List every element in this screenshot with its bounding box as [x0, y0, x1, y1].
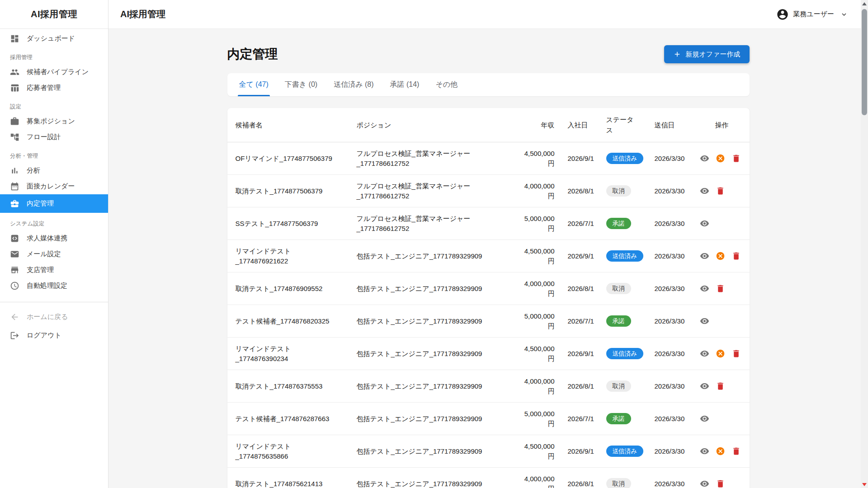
status-badge: 送信済み [606, 348, 643, 360]
salary-amount: 5,000,000 [503, 409, 555, 419]
new-offer-button[interactable]: 新規オファー作成 [664, 45, 749, 63]
sidebar-section-label: 採用管理 [0, 47, 108, 64]
cancel-offer-icon[interactable] [716, 154, 725, 163]
table-row: リマインドテスト_1774876921622包括テスト_エンジニア_177178… [227, 240, 750, 272]
view-offer-icon[interactable] [700, 219, 709, 228]
delete-offer-icon[interactable] [731, 349, 741, 358]
position-cell: 包括テスト_エンジニア_1771789329909 [349, 378, 503, 395]
sent-date-cell: 2026/3/30 [650, 475, 700, 488]
scrollbar-bottom-marker-icon [862, 483, 867, 486]
view-offer-icon[interactable] [700, 186, 709, 196]
sidebar-item-analytics[interactable]: 分析 [0, 163, 108, 178]
sidebar-item-job-media-integration[interactable]: 求人媒体連携 [0, 230, 108, 246]
salary-amount: 5,000,000 [503, 311, 555, 321]
view-offer-icon[interactable] [700, 349, 709, 358]
status-badge: 承諾 [606, 413, 631, 425]
sidebar-item-auto-process-settings[interactable]: 自動処理設定 [0, 278, 108, 294]
salary-cell: 4,000,000円 [503, 275, 555, 302]
sidebar-item-label: ホームに戻る [27, 313, 68, 321]
candidate-name-cell: 取消テスト_1774877506379 [227, 183, 349, 200]
salary-unit: 円 [503, 289, 555, 299]
sidebar-item-back-home[interactable]: ホームに戻る [0, 308, 108, 326]
sidebar-item-positions[interactable]: 募集ポジション [0, 113, 108, 129]
salary-amount: 4,500,000 [503, 441, 555, 451]
tab-3[interactable]: 承諾 (14) [382, 73, 428, 96]
tab-1[interactable]: 下書き (0) [277, 73, 326, 96]
delete-offer-icon[interactable] [731, 446, 741, 456]
position-cell: 包括テスト_エンジニア_1771789329909 [349, 475, 503, 488]
delete-offer-icon[interactable] [716, 479, 725, 488]
actions-cell [700, 215, 750, 232]
delete-offer-icon[interactable] [716, 284, 725, 293]
cancel-offer-icon[interactable] [716, 446, 725, 456]
sidebar-item-label: 内定管理 [27, 199, 54, 208]
status-cell: 送信済み [598, 149, 650, 168]
tab-2[interactable]: 送信済み (8) [326, 73, 382, 96]
view-offer-icon[interactable] [700, 284, 709, 293]
table-row: SSテスト_1774877506379フルプロセス検証_営業マネージャー_177… [227, 207, 750, 240]
sidebar-item-dashboard[interactable]: ダッシュボード [0, 31, 108, 47]
tab-0[interactable]: 全て (47) [231, 73, 277, 96]
start-date-cell: 2026/8/1 [555, 475, 598, 488]
table-header-cell: ステータス [598, 111, 650, 139]
salary-unit: 円 [503, 321, 555, 331]
scrollbar-up-arrow-icon[interactable] [862, 2, 867, 5]
page-container: 内定管理 新規オファー作成 全て (47)下書き (0)送信済み (8)承諾 (… [227, 29, 750, 488]
user-menu[interactable]: 業務ユーザー [776, 8, 848, 21]
scrollbar[interactable] [861, 0, 868, 488]
delete-offer-icon[interactable] [716, 186, 725, 196]
cancel-offer-icon[interactable] [716, 251, 725, 261]
salary-unit: 円 [503, 354, 555, 364]
store-icon [10, 265, 19, 275]
delete-offer-icon[interactable] [716, 381, 725, 391]
status-cell: 取消 [598, 182, 650, 201]
candidate-name-cell: 取消テスト_1774876909552 [227, 280, 349, 297]
view-offer-icon[interactable] [700, 381, 709, 391]
sidebar-item-label: 応募者管理 [27, 84, 61, 92]
position-cell: 包括テスト_エンジニア_1771789329909 [349, 410, 503, 427]
start-date-cell: 2026/8/1 [555, 183, 598, 200]
status-badge: 取消 [606, 478, 631, 488]
sidebar-item-branch-management[interactable]: 支店管理 [0, 262, 108, 278]
sidebar-item-interview-calendar[interactable]: 面接カレンダー [0, 178, 108, 194]
scrollbar-thumb[interactable] [862, 9, 867, 115]
view-offer-icon[interactable] [700, 414, 709, 423]
table-row: リマインドテスト_1774876390234包括テスト_エンジニア_177178… [227, 338, 750, 370]
cancel-offer-icon[interactable] [716, 349, 725, 358]
sidebar-app-title: AI採用管理 [0, 0, 108, 29]
sidebar-item-label: 支店管理 [27, 266, 54, 274]
tab-4[interactable]: その他 [427, 73, 466, 96]
sidebar-item-label: 自動処理設定 [27, 282, 67, 290]
salary-amount: 4,500,000 [503, 344, 555, 354]
salary-amount: 4,000,000 [503, 279, 555, 289]
page-title: 内定管理 [227, 46, 278, 63]
salary-unit: 円 [503, 451, 555, 461]
delete-offer-icon[interactable] [731, 154, 741, 163]
view-offer-icon[interactable] [700, 154, 709, 163]
view-offer-icon[interactable] [700, 251, 709, 261]
delete-offer-icon[interactable] [731, 251, 741, 261]
calendar-icon [10, 182, 19, 191]
sidebar-item-label: 面接カレンダー [27, 182, 75, 191]
candidate-name-cell: 取消テスト_1774876375553 [227, 378, 349, 395]
sidebar-item-logout[interactable]: ログアウト [0, 326, 108, 345]
salary-amount: 4,000,000 [503, 376, 555, 386]
actions-cell [700, 248, 750, 264]
position-cell: 包括テスト_エンジニア_1771789329909 [349, 248, 503, 265]
status-badge: 送信済み [606, 153, 643, 164]
sidebar-item-flow-design[interactable]: フロー設計 [0, 129, 108, 145]
sent-date-cell: 2026/3/30 [650, 150, 700, 167]
sidebar-item-candidate-pipeline[interactable]: 候補者パイプライン [0, 64, 108, 80]
sidebar-item-mail-settings[interactable]: メール設定 [0, 246, 108, 262]
sidebar-item-offer-management[interactable]: 内定管理 [0, 194, 108, 213]
view-offer-icon[interactable] [700, 479, 709, 488]
sidebar-item-applicant-management[interactable]: 応募者管理 [0, 80, 108, 96]
view-offer-icon[interactable] [700, 316, 709, 326]
status-cell: 取消 [598, 377, 650, 396]
salary-unit: 円 [503, 419, 555, 429]
content: 内定管理 新規オファー作成 全て (47)下書き (0)送信済み (8)承諾 (… [108, 29, 868, 488]
start-date-cell: 2026/9/1 [555, 443, 598, 460]
view-offer-icon[interactable] [700, 446, 709, 456]
table-header-cell: 操作 [700, 117, 750, 134]
chart-icon [10, 166, 19, 175]
